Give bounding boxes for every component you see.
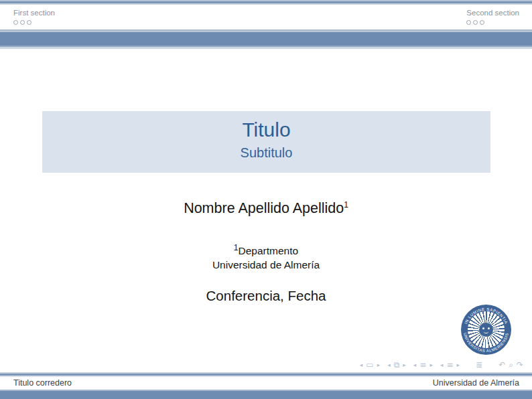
next-slide-icon[interactable]: ▸ — [377, 360, 381, 370]
frame-icon[interactable]: ⧉ — [394, 360, 400, 370]
slide-subtitle: Subtitulo — [42, 145, 490, 161]
conference-date: Conferencia, Fecha — [0, 288, 532, 304]
prev-section-icon[interactable]: ◂ — [413, 360, 417, 370]
prev-slide-icon[interactable]: ◂ — [360, 360, 363, 370]
header-bar-edge-2 — [0, 47, 532, 49]
forward-icon[interactable]: ↷ — [517, 360, 523, 370]
top-stripe-light-2 — [0, 3, 532, 5]
author-name: Nombre Apellido Apellido — [184, 200, 344, 216]
svg-text:UNIVERSITAS ALMERIENSIS: UNIVERSITAS ALMERIENSIS — [463, 332, 509, 353]
svg-text:IN LUMINE SAPIENTIA: IN LUMINE SAPIENTIA — [464, 307, 508, 325]
institute-footnote-mark: 1 — [234, 243, 239, 252]
header-section-second[interactable]: Second section — [466, 8, 519, 25]
footer-short-title: Titulo corredero — [13, 378, 72, 388]
appendix-icon[interactable]: ≣ — [476, 360, 482, 370]
back-icon[interactable]: ↶ — [498, 360, 505, 370]
universidad-almeria-seal-logo: IN LUMINE SAPIENTIA UNIVERSITAS ALMERIEN… — [461, 305, 511, 355]
frame-dot[interactable] — [27, 20, 31, 25]
seal-motto-text: IN LUMINE SAPIENTIA UNIVERSITAS ALMERIEN… — [461, 305, 511, 355]
section-dots — [13, 20, 55, 25]
next-section-icon[interactable]: ▸ — [429, 360, 433, 370]
institute-department: Departmento — [239, 245, 299, 256]
institute-university: Universidad de Almería — [0, 258, 532, 272]
author-line: Nombre Apellido Apellido1 — [0, 200, 532, 217]
author-footnote-mark: 1 — [344, 200, 348, 210]
next-subsection-icon[interactable]: ▸ — [457, 360, 460, 370]
seal-motto-bottom: UNIVERSITAS ALMERIENSIS — [463, 332, 509, 353]
frame-dot[interactable] — [480, 20, 484, 25]
frame-dot[interactable] — [466, 20, 471, 25]
section-dots — [466, 20, 519, 25]
section-label[interactable]: Second section — [466, 8, 519, 17]
title-box: Titulo Subtitulo — [42, 111, 490, 173]
subsection-icon[interactable]: ≡ — [446, 360, 453, 370]
section-label[interactable]: First section — [13, 8, 55, 17]
frame-dot[interactable] — [473, 20, 478, 25]
beamer-title-slide: First section Second section Titulo Subt… — [0, 0, 532, 399]
slide-title: Titulo — [42, 118, 490, 141]
footer-institution: Universidad de Almería — [433, 378, 519, 388]
header-blue-bar — [0, 32, 532, 46]
institute-department-line: 1Departmento — [0, 241, 532, 258]
frame-dot[interactable] — [20, 20, 25, 25]
seal-motto-top: IN LUMINE SAPIENTIA — [464, 307, 508, 325]
section-icon[interactable]: ≡ — [419, 360, 426, 370]
institute-block: 1Departmento Universidad de Almería — [0, 241, 532, 272]
header-section-first[interactable]: First section — [13, 8, 55, 25]
prev-subsection-icon[interactable]: ◂ — [440, 360, 444, 370]
prev-frame-icon[interactable]: ◂ — [387, 360, 391, 370]
beamer-navigation-bar: ◂ ▭ ▸ ◂ ⧉ ▸ ◂ ≡ ▸ ◂ ≡ ▸ ≣ ↶ ⌕ ↷ — [360, 360, 523, 370]
footer: Titulo corredero Universidad de Almería — [0, 377, 532, 390]
next-frame-icon[interactable]: ▸ — [403, 360, 406, 370]
search-icon[interactable]: ⌕ — [509, 360, 513, 370]
frame-dot[interactable] — [13, 20, 18, 25]
bottom-blue-bar — [0, 391, 532, 399]
slide-icon[interactable]: ▭ — [366, 360, 373, 370]
